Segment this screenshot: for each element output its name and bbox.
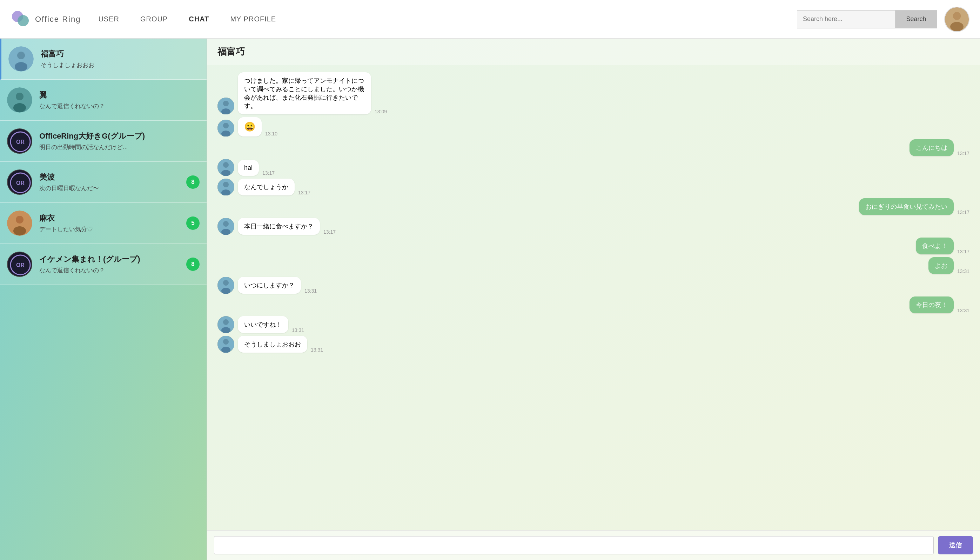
svg-point-42	[223, 319, 229, 325]
message-row: なんでしょうか 13:17	[218, 178, 970, 195]
sidebar: 福富巧 そうしましょおおお 翼 なんで返信くれないの？	[0, 38, 207, 560]
message-row: いいですね！ 13:31	[218, 316, 970, 333]
chat-item-preview: 明日の出勤時間の話なんだけど...	[39, 143, 200, 151]
message-row: つけました。家に帰ってアンモナイトについて調べてみることにしました。いつか機会が…	[218, 72, 970, 114]
message-bubble: おにぎりの早食い見てみたい	[859, 198, 954, 215]
svg-point-9	[16, 93, 23, 100]
msg-avatar	[218, 218, 234, 235]
message-bubble: こんにちは	[910, 139, 954, 156]
message-time: 13:17	[957, 249, 970, 254]
chat-area: 福富巧 つけました。家に帰ってアンモナイトについて調べてみることにしました。いつ…	[207, 38, 980, 560]
svg-point-33	[223, 182, 229, 187]
list-item[interactable]: 翼 なんで返信くれないの？	[0, 80, 206, 121]
msg-avatar	[218, 277, 234, 294]
avatar	[7, 87, 32, 113]
message-time: 13:17	[957, 210, 970, 215]
msg-avatar	[218, 120, 234, 137]
message-bubble: よお	[928, 257, 954, 274]
nav-myprofile[interactable]: MY PROFILE	[226, 13, 280, 25]
chat-item-name: 麻衣	[39, 213, 186, 223]
msg-avatar	[218, 98, 234, 114]
avatar: OR	[7, 170, 32, 195]
svg-text:OR: OR	[16, 262, 25, 268]
main-layout: 福富巧 そうしましょおおお 翼 なんで返信くれないの？	[0, 38, 980, 560]
nav-chat[interactable]: CHAT	[185, 13, 213, 25]
message-time: 13:31	[957, 268, 970, 274]
message-bubble: そうしましょおおお	[238, 336, 307, 353]
message-time: 13:31	[311, 347, 323, 353]
avatar: OR	[7, 252, 32, 277]
message-time: 13:17	[262, 170, 275, 176]
unread-badge: 8	[186, 258, 200, 271]
search-area: Search	[797, 10, 937, 28]
chat-item-preview: そうしましょおおお	[41, 61, 200, 69]
message-row: 13:17 食べよ！	[218, 238, 970, 254]
message-time: 13:10	[265, 131, 278, 137]
message-row: 😀 13:10	[218, 117, 970, 137]
message-time: 13:09	[374, 109, 387, 114]
chat-item-info: 麻衣 デートしたい気分♡	[39, 213, 186, 233]
message-bubble: つけました。家に帰ってアンモナイトについて調べてみることにしました。いつか機会が…	[238, 72, 371, 114]
search-input[interactable]	[797, 10, 895, 28]
avatar	[7, 210, 32, 236]
avatar: OR	[7, 128, 32, 154]
avatar	[8, 46, 34, 72]
svg-point-45	[223, 339, 229, 345]
user-avatar-img	[945, 7, 969, 31]
message-row: そうしましょおおお 13:31	[218, 336, 970, 353]
message-bubble: 😀	[238, 117, 262, 137]
message-row: 13:31 よお	[218, 257, 970, 274]
message-row: 13:17 こんにちは	[218, 139, 970, 156]
list-item[interactable]: 福富巧 そうしましょおおお	[0, 38, 206, 80]
message-row: 13:17 おにぎりの早食い見てみたい	[218, 198, 970, 215]
chat-item-info: イケメン集まれ！(グループ) なんで返信くれないの？	[39, 254, 186, 274]
messages-area: つけました。家に帰ってアンモナイトについて調べてみることにしました。いつか機会が…	[207, 65, 980, 530]
chat-item-preview: なんで返信くれないの？	[39, 102, 200, 110]
unread-badge: 8	[186, 175, 200, 189]
message-time: 13:17	[298, 190, 310, 195]
message-row: 13:31 今日の夜！	[218, 297, 970, 313]
msg-avatar	[218, 178, 234, 195]
user-avatar[interactable]	[944, 7, 970, 32]
message-bubble: いいですね！	[238, 316, 288, 333]
message-bubble: 食べよ！	[916, 238, 954, 254]
message-bubble: hai	[238, 160, 259, 176]
svg-point-4	[950, 22, 963, 31]
svg-point-36	[223, 221, 229, 227]
svg-point-18	[16, 216, 23, 223]
nav: USER GROUP CHAT MY PROFILE	[95, 13, 280, 25]
list-item[interactable]: 麻衣 デートしたい気分♡ 5	[0, 203, 206, 244]
svg-point-3	[953, 12, 961, 20]
unread-badge: 5	[186, 217, 200, 230]
chat-item-info: 福富巧 そうしましょおおお	[41, 49, 200, 69]
svg-point-27	[223, 123, 229, 128]
message-time: 13:31	[304, 288, 317, 294]
chat-item-info: 美波 次の日曜日暇なんだ〜	[39, 172, 186, 192]
svg-point-7	[15, 62, 27, 71]
chat-item-name: 美波	[39, 172, 186, 182]
svg-point-6	[17, 52, 25, 59]
search-button[interactable]: Search	[895, 10, 937, 28]
send-button[interactable]: 送信	[938, 536, 973, 554]
list-item[interactable]: OR イケメン集まれ！(グループ) なんで返信くれないの？ 8	[0, 244, 206, 285]
chat-input-area: 送信	[207, 530, 980, 560]
message-bubble: 本日一緒に食べますか？	[238, 218, 320, 235]
chat-item-name: OfficeRing大好きG(グループ)	[39, 131, 200, 142]
nav-user[interactable]: USER	[95, 13, 123, 25]
chat-item-name: 翼	[39, 90, 200, 100]
svg-text:OR: OR	[16, 180, 25, 186]
list-item[interactable]: OR 美波 次の日曜日暇なんだ〜 8	[0, 162, 206, 203]
chat-input[interactable]	[214, 536, 934, 554]
message-row: 本日一緒に食べますか？ 13:17	[218, 218, 970, 235]
nav-group[interactable]: GROUP	[137, 13, 171, 25]
logo-area: Office Ring	[10, 9, 81, 30]
chat-item-preview: なんで返信くれないの？	[39, 266, 186, 274]
chat-item-info: OfficeRing大好きG(グループ) 明日の出勤時間の話なんだけど...	[39, 131, 200, 151]
chat-item-preview: 次の日曜日暇なんだ〜	[39, 184, 186, 192]
chat-item-name: イケメン集まれ！(グループ)	[39, 254, 186, 265]
list-item[interactable]: OR OfficeRing大好きG(グループ) 明日の出勤時間の話なんだけど..…	[0, 121, 206, 162]
svg-point-39	[223, 280, 229, 286]
message-bubble: いつにしますか？	[238, 277, 301, 294]
header: Office Ring USER GROUP CHAT MY PROFILE S…	[0, 0, 980, 38]
svg-text:OR: OR	[16, 139, 25, 145]
